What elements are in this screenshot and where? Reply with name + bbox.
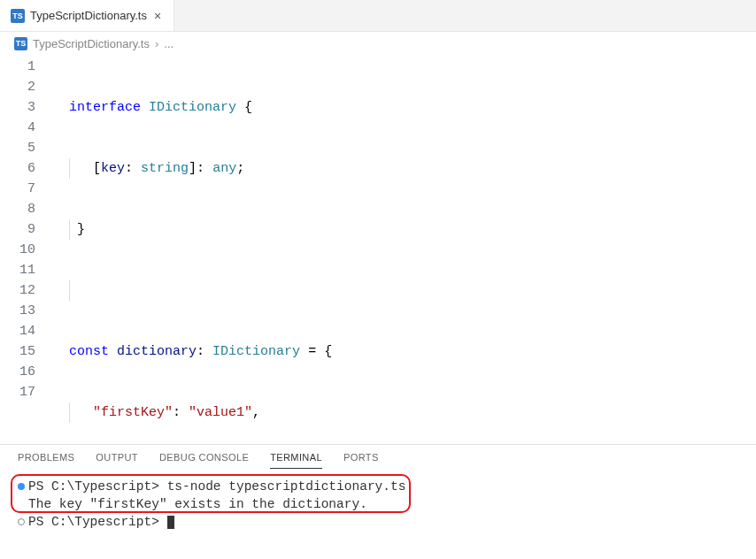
tab-terminal[interactable]: TERMINAL xyxy=(270,452,322,469)
prompt-circle-icon xyxy=(18,518,25,525)
bottom-panel: PROBLEMS OUTPUT DEBUG CONSOLE TERMINAL P… xyxy=(0,444,756,559)
breadcrumb[interactable]: TS TypeScriptDictionary.ts › ... xyxy=(0,32,756,55)
line-gutter: 1 2 3 4 5 6 7 8 9 10 11 12 13 14 15 16 1… xyxy=(0,57,55,444)
tab-filename: TypeScriptDictionary.ts xyxy=(30,9,147,22)
terminal-command: ts-node typescriptdictionary.ts xyxy=(167,479,406,494)
breadcrumb-ellipsis: ... xyxy=(164,37,174,50)
panel-tabs: PROBLEMS OUTPUT DEBUG CONSOLE TERMINAL P… xyxy=(0,445,756,469)
terminal-prompt: PS C:\Typescript> xyxy=(28,515,159,529)
code-editor[interactable]: 1 2 3 4 5 6 7 8 9 10 11 12 13 14 15 16 1… xyxy=(0,55,756,444)
tab-ports[interactable]: PORTS xyxy=(343,452,379,469)
chevron-right-icon: › xyxy=(155,37,158,50)
prompt-dot-icon xyxy=(18,483,25,490)
terminal-cursor xyxy=(167,516,174,529)
tab-output[interactable]: OUTPUT xyxy=(96,452,138,469)
tab-problems[interactable]: PROBLEMS xyxy=(18,452,74,469)
close-icon[interactable]: × xyxy=(152,9,163,23)
file-tab[interactable]: TS TypeScriptDictionary.ts × xyxy=(0,0,174,31)
terminal-result: The key "firstKey" exists in the diction… xyxy=(28,497,367,511)
code-content[interactable]: interface IDictionary { [key: string]: a… xyxy=(55,57,756,444)
tab-debug-console[interactable]: DEBUG CONSOLE xyxy=(159,452,249,469)
terminal-prompt: PS C:\Typescript> xyxy=(28,479,159,494)
tab-bar: TS TypeScriptDictionary.ts × xyxy=(0,0,756,32)
terminal-output[interactable]: PS C:\Typescript> ts-node typescriptdict… xyxy=(0,469,756,540)
typescript-icon: TS xyxy=(14,37,27,50)
breadcrumb-filename: TypeScriptDictionary.ts xyxy=(33,37,150,50)
typescript-icon: TS xyxy=(11,9,25,23)
